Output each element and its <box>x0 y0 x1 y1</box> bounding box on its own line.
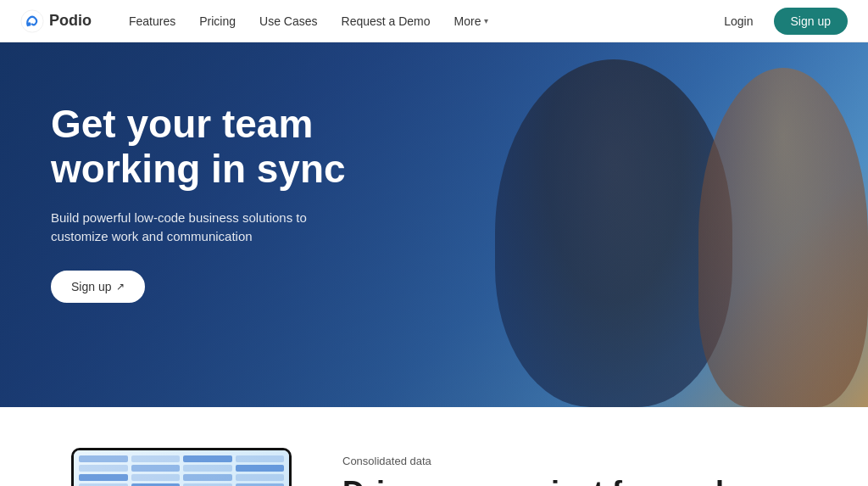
nav-item-more[interactable]: More ▾ <box>444 9 499 33</box>
nav-item-features[interactable]: Features <box>119 9 186 33</box>
device-mockup <box>71 448 292 486</box>
hero-content: Get your team working in sync Build powe… <box>0 42 441 362</box>
nav-menu: Features Pricing Use Cases Request a Dem… <box>119 9 714 33</box>
hero-section: Get your team working in sync Build powe… <box>0 42 868 407</box>
navbar: Podio Features Pricing Use Cases Request… <box>0 0 868 42</box>
chevron-down-icon: ▾ <box>484 16 488 25</box>
navbar-actions: Login Sign up <box>714 8 848 35</box>
hero-title: Get your team working in sync <box>51 102 390 192</box>
nav-item-pricing[interactable]: Pricing <box>189 9 246 33</box>
brand-name: Podio <box>49 12 92 30</box>
device-screen <box>74 450 289 486</box>
hero-signup-button[interactable]: Sign up ↗ <box>51 271 145 303</box>
below-hero-section: Consolidated data Drive your project for… <box>0 407 868 486</box>
external-link-icon: ↗ <box>116 281 125 293</box>
below-hero-text: Consolidated data Drive your project for… <box>342 448 848 486</box>
section-title: Drive your project forward, <box>342 474 848 486</box>
brand-logo[interactable]: Podio <box>20 9 92 33</box>
hero-subtitle: Build powerful low-code business solutio… <box>51 209 356 247</box>
signup-button[interactable]: Sign up <box>774 8 848 35</box>
section-label: Consolidated data <box>342 455 848 467</box>
nav-item-request-demo[interactable]: Request a Demo <box>331 9 441 33</box>
svg-point-0 <box>21 9 43 31</box>
nav-item-use-cases[interactable]: Use Cases <box>249 9 327 33</box>
podio-logo-icon <box>20 9 44 33</box>
svg-point-1 <box>27 22 31 25</box>
login-button[interactable]: Login <box>714 9 763 33</box>
